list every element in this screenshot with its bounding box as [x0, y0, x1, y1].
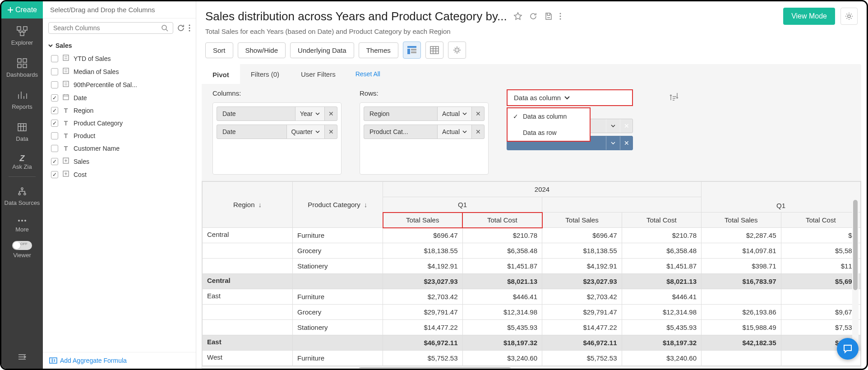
menu-data-as-row[interactable]: Data as row: [508, 125, 590, 141]
chip-remove[interactable]: ✕: [471, 107, 484, 120]
total-cost-header[interactable]: Total Cost: [622, 213, 702, 228]
chip-mode-select[interactable]: Year: [295, 107, 324, 120]
kebab-report-icon[interactable]: [559, 12, 561, 21]
checkbox[interactable]: [51, 81, 58, 88]
pivot-view-icon[interactable]: [403, 42, 421, 59]
chat-fab[interactable]: [837, 338, 859, 360]
chip-mode-select[interactable]: Quarter: [286, 125, 324, 139]
field-item[interactable]: T Customer Name: [47, 142, 191, 155]
field-item[interactable]: Median of Sales: [47, 65, 191, 78]
nav-dashboards[interactable]: Dashboards: [6, 51, 38, 83]
nav-reports[interactable]: Reports: [12, 83, 32, 115]
total-sales-header[interactable]: Total Sales: [542, 213, 622, 228]
data-as-dropdown[interactable]: Data as column: [507, 89, 633, 106]
toggle-pill[interactable]: [12, 241, 32, 250]
total-sales-header[interactable]: Total Sales: [383, 213, 463, 228]
menu-data-as-column[interactable]: Data as column: [508, 108, 590, 125]
tab-user-filters[interactable]: User Filters: [290, 65, 346, 83]
svg-rect-7: [18, 124, 26, 131]
nav-data-sources[interactable]: Data Sources: [5, 179, 40, 211]
field-type-icon: T: [62, 145, 70, 152]
save-icon[interactable]: [544, 12, 553, 21]
underlying-data-button[interactable]: Underlying Data: [290, 42, 354, 58]
kebab-icon[interactable]: [189, 24, 190, 32]
field-type-icon: T: [62, 120, 70, 127]
chip-remove[interactable]: ✕: [324, 107, 337, 120]
star-icon[interactable]: [513, 12, 522, 21]
themes-button[interactable]: Themes: [359, 42, 398, 58]
chevron-down-icon: [315, 130, 320, 133]
checkbox[interactable]: [51, 145, 58, 152]
chip-date-quarter[interactable]: Date Quarter ✕: [217, 125, 337, 139]
tab-filters[interactable]: Filters (0): [240, 65, 290, 83]
refresh-icon[interactable]: [177, 24, 185, 32]
view-mode-button[interactable]: View Mode: [783, 8, 835, 25]
chevron-down-icon: [462, 130, 467, 133]
field-group-sales[interactable]: Sales: [47, 39, 191, 52]
sort-button[interactable]: Sort: [205, 42, 233, 58]
total-cost-header[interactable]: Total Cost: [462, 213, 542, 228]
nav-data[interactable]: Data: [16, 115, 28, 147]
field-item[interactable]: T Product: [47, 130, 191, 142]
checkbox[interactable]: [51, 120, 58, 127]
search-input[interactable]: [53, 24, 161, 32]
checkbox[interactable]: [51, 94, 58, 102]
search-columns-input[interactable]: [48, 22, 173, 34]
checkbox[interactable]: [51, 68, 58, 75]
reset-all-link[interactable]: Reset All: [346, 65, 389, 83]
checkbox[interactable]: [51, 158, 58, 165]
svg-point-12: [21, 220, 23, 222]
report-subtitle: Total Sales for each Years (based on Dat…: [196, 27, 867, 42]
refresh-report-icon[interactable]: [529, 12, 538, 21]
rows-dropzone[interactable]: Region Actual ✕ Product Cat... Actual ✕: [360, 102, 489, 175]
chip-remove[interactable]: ✕: [620, 119, 633, 133]
chip-remove[interactable]: ✕: [620, 136, 633, 150]
add-aggregate-link[interactable]: Add Aggregate Formula: [49, 357, 189, 364]
svg-point-28: [848, 15, 850, 18]
field-item[interactable]: Cost: [47, 168, 191, 181]
viewer-toggle[interactable]: Viewer: [12, 241, 32, 259]
year-header: 2024: [383, 182, 702, 197]
sort-icon[interactable]: ↓: [364, 201, 368, 208]
create-button[interactable]: Create: [1, 1, 43, 18]
nav-more[interactable]: More: [15, 211, 29, 237]
chip-date-year[interactable]: Date Year ✕: [217, 106, 337, 121]
showhide-button[interactable]: Show/Hide: [238, 42, 286, 58]
sort-icon[interactable]: ↓: [259, 201, 262, 208]
chip-mode-select[interactable]: Actual: [437, 107, 471, 120]
checkbox[interactable]: [51, 107, 58, 114]
nav-ask-zia[interactable]: Z Ask Zia: [12, 147, 32, 175]
nav-explorer[interactable]: Explorer: [11, 18, 33, 51]
svg-rect-21: [63, 95, 69, 100]
chip-remove[interactable]: ✕: [324, 125, 337, 139]
checkbox[interactable]: [51, 132, 58, 139]
checkbox[interactable]: [51, 171, 58, 178]
chip-remove[interactable]: ✕: [471, 125, 484, 139]
field-item[interactable]: YTD of Sales: [47, 52, 191, 65]
gear-icon: [845, 12, 854, 21]
swap-axes-icon[interactable]: [669, 91, 679, 175]
table-view-icon[interactable]: [425, 42, 443, 59]
field-item[interactable]: T Product Category: [47, 117, 191, 130]
field-item[interactable]: Sales: [47, 155, 191, 168]
total-cost-header[interactable]: Total Cost: [781, 213, 861, 228]
chip-region[interactable]: Region Actual ✕: [364, 106, 485, 121]
field-item[interactable]: 90thPercentile of Sal...: [47, 78, 191, 91]
field-item[interactable]: Date: [47, 91, 191, 104]
field-item[interactable]: T Region: [47, 104, 191, 117]
table-row: Grocery $29,791.47$12,314.98 $29,791.47$…: [203, 305, 861, 320]
columns-dropzone[interactable]: Date Year ✕ Date Quarter ✕: [212, 102, 342, 175]
chip-mode-select[interactable]: Actual: [437, 125, 471, 139]
more-icon: [17, 218, 28, 223]
chip-product-cat[interactable]: Product Cat... Actual ✕: [364, 125, 485, 139]
svg-rect-20: [63, 81, 69, 87]
settings-button[interactable]: [840, 8, 858, 25]
collapse-rail-button[interactable]: [18, 347, 27, 369]
total-sales-header[interactable]: Total Sales: [702, 213, 781, 228]
horizontal-scrollbar[interactable]: [202, 366, 861, 368]
chart-view-icon[interactable]: [448, 42, 466, 59]
tab-pivot[interactable]: Pivot: [202, 64, 240, 84]
vertical-scrollbar[interactable]: [852, 191, 859, 353]
checkbox[interactable]: [51, 55, 58, 62]
rail-separator: [9, 176, 36, 177]
